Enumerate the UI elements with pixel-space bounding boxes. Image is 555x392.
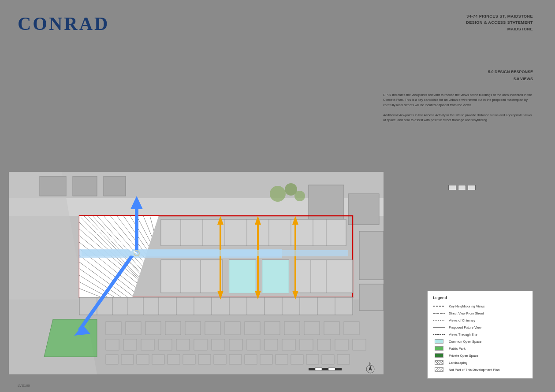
- svg-rect-117: [282, 339, 295, 350]
- description-para2: Additional viewpoints in the Access Acti…: [383, 113, 533, 123]
- section-headings: 5.0 DESIGN RESPONSE 5.0 VIEWS: [488, 68, 533, 82]
- svg-rect-136: [322, 355, 334, 364]
- legend-label-4: Proposed Future View: [449, 325, 481, 329]
- svg-rect-141: [315, 368, 322, 370]
- svg-rect-126: [168, 355, 180, 364]
- legend-label-2: Direct View From Street: [449, 311, 484, 315]
- svg-rect-132: [260, 355, 272, 364]
- svg-rect-57: [79, 297, 353, 315]
- svg-rect-113: [212, 339, 225, 350]
- svg-rect-94: [106, 322, 121, 335]
- company-logo: CONRAD: [18, 13, 109, 34]
- legend-title: Legend: [433, 296, 527, 300]
- legend-symbol-8: [433, 353, 445, 358]
- svg-rect-137: [337, 355, 350, 364]
- legend-symbol-6: [433, 339, 445, 344]
- svg-rect-142: [322, 368, 328, 370]
- title-line-1: 34-74 PRINCES ST, MAIDSTONE: [466, 13, 533, 19]
- legend-symbol-10: [433, 367, 445, 372]
- legend-symbol-7: [433, 346, 445, 351]
- svg-rect-143: [328, 368, 335, 370]
- svg-rect-99: [205, 322, 220, 335]
- legend-item-4: Proposed Future View: [433, 325, 527, 330]
- legend-symbol-4: [433, 325, 445, 330]
- svg-rect-106: [344, 322, 359, 335]
- svg-rect-131: [245, 355, 257, 364]
- svg-rect-95: [126, 322, 141, 335]
- svg-rect-133: [276, 355, 288, 364]
- svg-rect-123: [121, 355, 134, 364]
- svg-rect-40: [161, 219, 346, 246]
- svg-rect-6: [104, 176, 126, 196]
- legend-symbol-3: [433, 318, 445, 323]
- svg-rect-134: [291, 355, 303, 364]
- svg-rect-122: [106, 355, 118, 364]
- title-line-2: DESIGN & ACCESS STATEMENT: [466, 19, 533, 26]
- svg-rect-121: [353, 339, 366, 350]
- svg-rect-49: [161, 260, 223, 293]
- heading-views: 5.0 VIEWS: [488, 75, 533, 82]
- svg-rect-74: [229, 260, 256, 293]
- svg-rect-140: [309, 368, 315, 370]
- mini-rect-3: [468, 185, 476, 190]
- legend-label-7: Public Park: [449, 347, 466, 351]
- svg-rect-105: [324, 322, 339, 335]
- svg-rect-135: [306, 355, 319, 364]
- page-number: LVS169: [18, 384, 30, 388]
- svg-rect-96: [145, 322, 161, 335]
- svg-rect-100: [225, 322, 240, 335]
- legend-item-7: Public Park: [433, 346, 527, 351]
- svg-rect-118: [300, 339, 313, 350]
- legend-item-1: Key Neighbouring Views: [433, 303, 527, 309]
- svg-rect-138: [359, 231, 384, 280]
- legend-box: Legend Key Neighbouring Views Direct Vie…: [427, 291, 533, 379]
- svg-rect-115: [247, 339, 260, 350]
- svg-rect-116: [264, 339, 278, 350]
- svg-rect-120: [335, 339, 348, 350]
- legend-item-8: Private Open Space: [433, 353, 527, 358]
- description-para1: DP07 indicates the viewpoints relevant t…: [383, 92, 533, 107]
- site-plan-container: N: [9, 172, 384, 374]
- svg-rect-128: [198, 355, 211, 364]
- svg-rect-52: [295, 260, 353, 293]
- svg-text:N: N: [369, 362, 371, 365]
- svg-rect-112: [194, 339, 207, 350]
- svg-rect-129: [214, 355, 226, 364]
- border-indicators: [448, 185, 476, 190]
- svg-rect-139: [359, 284, 384, 311]
- mini-rect-2: [458, 185, 466, 190]
- svg-rect-101: [245, 322, 260, 335]
- svg-rect-5: [73, 176, 97, 196]
- svg-rect-102: [264, 322, 280, 335]
- legend-label-3: Views of Chimney: [449, 318, 475, 322]
- svg-rect-75: [262, 260, 289, 293]
- svg-rect-130: [229, 355, 242, 364]
- legend-item-10: Not Part of This Development Plan: [433, 367, 527, 372]
- legend-label-9: Landscaping: [449, 361, 468, 365]
- svg-rect-125: [152, 355, 164, 364]
- svg-rect-107: [106, 339, 119, 350]
- svg-rect-111: [176, 339, 190, 350]
- title-line-3: MAIDSTONE: [466, 26, 533, 32]
- site-plan-svg: N: [9, 172, 384, 374]
- title-block: 34-74 PRINCES ST, MAIDSTONE DESIGN & ACC…: [466, 13, 533, 32]
- legend-label-10: Not Part of This Development Plan: [449, 368, 499, 372]
- svg-rect-119: [317, 339, 331, 350]
- svg-rect-103: [284, 322, 300, 335]
- legend-label-8: Private Open Space: [449, 354, 478, 358]
- legend-symbol-2: [433, 311, 445, 316]
- svg-rect-7: [309, 185, 344, 225]
- legend-item-3: Views of Chimney: [433, 318, 527, 323]
- legend-symbol-5: [433, 332, 445, 337]
- svg-rect-4: [40, 176, 66, 196]
- svg-rect-109: [141, 339, 154, 350]
- legend-symbol-1: [433, 303, 445, 309]
- legend-symbol-9: [433, 360, 445, 365]
- svg-marker-73: [44, 319, 97, 357]
- legend-item-5: Views Through Site: [433, 332, 527, 337]
- legend-label-5: Views Through Site: [449, 333, 477, 337]
- svg-rect-97: [165, 322, 181, 335]
- legend-item-9: Landscaping: [433, 360, 527, 365]
- legend-item-2: Direct View From Street: [433, 311, 527, 316]
- svg-rect-108: [123, 339, 137, 350]
